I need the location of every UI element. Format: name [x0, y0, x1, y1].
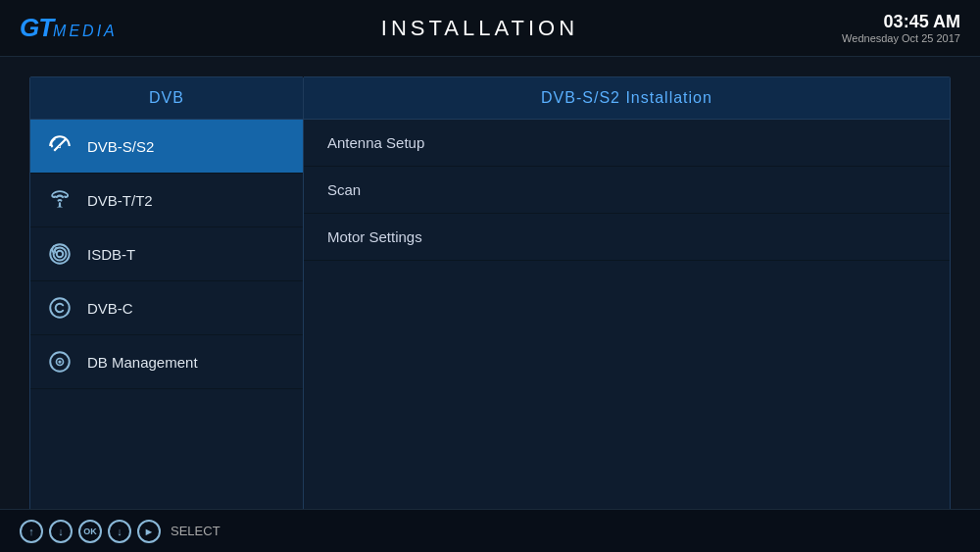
svg-point-3: [50, 298, 70, 318]
right-menu-item-scan[interactable]: Scan: [304, 167, 950, 214]
sidebar-item-dvb-t-t2-label: DVB-T/T2: [87, 192, 153, 209]
clock-date: Wednesday Oct 25 2017: [842, 32, 960, 44]
footer: ↑ ↓ OK ↓ ► SELECT: [0, 509, 980, 552]
sidebar-item-db-management-label: DB Management: [87, 354, 198, 371]
datetime: 03:45 AM Wednesday Oct 25 2017: [842, 12, 960, 44]
sidebar-item-dvb-c[interactable]: DVB-C: [30, 281, 303, 335]
footer-select-label: SELECT: [171, 524, 220, 538]
right-menu-item-motor-settings[interactable]: Motor Settings: [304, 214, 950, 261]
nav-down2-button[interactable]: ↓: [108, 520, 131, 543]
page-title: INSTALLATION: [381, 16, 578, 41]
nav-right-button[interactable]: ►: [137, 520, 161, 543]
logo: GTMEDIA: [20, 13, 118, 43]
gear-circle-icon: [46, 348, 74, 376]
antenna-icon: [46, 186, 74, 214]
nav-down-button[interactable]: ↓: [49, 520, 73, 543]
sidebar-item-dvb-s-s2-label: DVB-S/S2: [87, 138, 154, 155]
sidebar-item-db-management[interactable]: DB Management: [30, 335, 303, 389]
svg-point-2: [57, 251, 64, 258]
right-panel: DVB-S/S2 Installation Antenna Setup Scan…: [304, 76, 951, 527]
dvb-c-icon: [46, 294, 74, 322]
header: GTMEDIA INSTALLATION 03:45 AM Wednesday …: [0, 0, 980, 57]
left-panel-header: DVB: [30, 77, 303, 120]
sidebar-item-dvb-s-s2[interactable]: DVB-S/S2: [30, 120, 303, 174]
sidebar-item-dvb-t-t2[interactable]: DVB-T/T2: [30, 174, 303, 227]
sidebar-item-isdb-t[interactable]: ISDB-T: [30, 227, 303, 281]
sidebar-item-dvb-c-label: DVB-C: [87, 300, 133, 317]
main-content: DVB DVB-S/S2 DVB-T/T2: [29, 76, 951, 527]
svg-point-5: [58, 360, 61, 363]
logo-gt: GT: [20, 13, 53, 43]
satellite-dish-icon: [46, 132, 74, 160]
nav-up-button[interactable]: ↑: [20, 520, 43, 543]
ok-button[interactable]: OK: [78, 520, 102, 543]
ring-antenna-icon: [46, 240, 74, 268]
right-menu-item-antenna-setup[interactable]: Antenna Setup: [304, 120, 950, 167]
left-panel: DVB DVB-S/S2 DVB-T/T2: [29, 76, 304, 527]
sidebar-item-isdb-t-label: ISDB-T: [87, 246, 135, 263]
clock-time: 03:45 AM: [842, 12, 960, 32]
right-panel-header: DVB-S/S2 Installation: [304, 77, 950, 120]
logo-media: MEDIA: [53, 23, 118, 40]
